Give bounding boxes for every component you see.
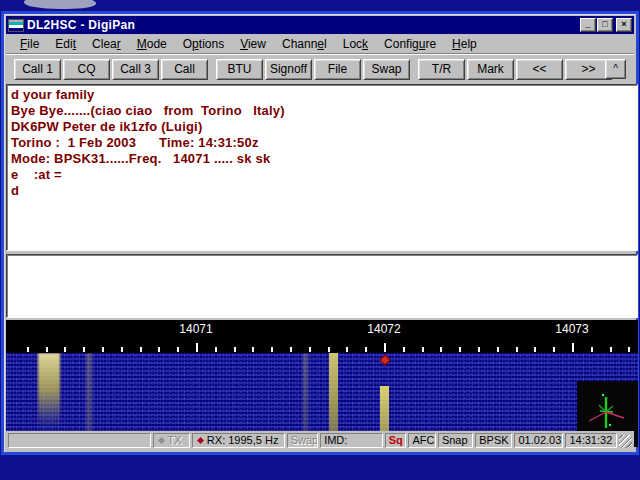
toolbar: Call 1 CQ Call 3 Call BTU Signoff File S…	[6, 55, 634, 85]
menu-options[interactable]: Options	[175, 35, 232, 54]
minor-tick	[365, 347, 367, 352]
major-tick	[572, 343, 574, 352]
status-blank-panel	[8, 433, 151, 448]
resize-grip[interactable]	[619, 435, 632, 448]
app-icon	[8, 19, 24, 32]
menu-help[interactable]: Help	[444, 35, 485, 54]
minor-tick	[422, 347, 424, 352]
signoff-button[interactable]: Signoff	[265, 59, 312, 80]
tx-diamond-icon	[158, 436, 165, 443]
close-icon: ×	[621, 20, 626, 30]
waterfall-panel: 140711407214073	[6, 320, 638, 447]
minor-tick	[158, 347, 160, 352]
frequency-scale: 140711407214073	[6, 320, 638, 353]
squelch-toggle[interactable]: Sq	[385, 433, 407, 448]
menu-bar: File Edit Clear Mode Options View Channe…	[6, 35, 634, 54]
rx-line: e :at =	[11, 167, 633, 183]
transmit-text-area[interactable]	[6, 254, 638, 318]
frequency-label: 14071	[179, 322, 212, 336]
tr-button[interactable]: T/R	[418, 59, 465, 80]
call1-button[interactable]: Call 1	[14, 59, 61, 80]
minor-tick	[64, 347, 66, 352]
time-display: 14:31:32 z	[565, 433, 617, 448]
signal-trace	[38, 353, 60, 434]
minor-tick	[121, 347, 123, 352]
rx-line: DK6PW Peter de ik1zfo (Luigi)	[11, 119, 633, 135]
afc-toggle[interactable]: AFC	[408, 433, 436, 448]
minor-tick	[478, 347, 480, 352]
minor-tick	[553, 347, 555, 352]
snap-toggle[interactable]: Snap	[438, 433, 473, 448]
minor-tick	[328, 347, 330, 352]
minor-tick	[516, 347, 518, 352]
minor-tick	[215, 347, 217, 352]
rx-line: Bye Bye.......(ciao ciao from Torino Ita…	[11, 103, 633, 119]
minor-tick	[290, 347, 292, 352]
minor-tick	[271, 347, 273, 352]
rx-diamond-icon	[197, 436, 204, 443]
minor-tick	[309, 347, 311, 352]
minor-tick	[346, 347, 348, 352]
menu-file[interactable]: File	[12, 35, 47, 54]
cq-button[interactable]: CQ	[63, 59, 110, 80]
rx-frequency-panel[interactable]: RX: 1995,5 Hz	[192, 433, 285, 448]
menu-clear[interactable]: Clear	[84, 35, 129, 54]
menu-channel[interactable]: Channel	[274, 35, 335, 54]
call3-button[interactable]: Call 3	[112, 59, 159, 80]
minimize-icon: _	[585, 20, 590, 30]
menu-lock[interactable]: Lock	[335, 35, 376, 54]
status-bar: TX RX: 1995,5 Hz Swap IMD: Sq AFC Snap	[6, 431, 634, 450]
rx-line: Torino : 1 Feb 2003 Time: 14:31:50z	[11, 135, 633, 151]
btu-button[interactable]: BTU	[216, 59, 263, 80]
menu-view[interactable]: View	[232, 35, 274, 54]
minor-tick	[628, 347, 630, 352]
minimize-button[interactable]: _	[580, 18, 596, 32]
minor-tick	[27, 347, 29, 352]
major-tick	[196, 343, 198, 352]
digipan-window: DL2HSC - DigiPan _ □ × File Edit Clear M…	[1, 11, 639, 455]
minor-tick	[497, 347, 499, 352]
file-button[interactable]: File	[314, 59, 361, 80]
close-button[interactable]: ×	[616, 18, 632, 32]
menu-edit[interactable]: Edit	[47, 35, 84, 54]
date-display: 01.02.03	[514, 433, 563, 448]
minor-tick	[403, 347, 405, 352]
maximize-button[interactable]: □	[597, 18, 613, 32]
menu-configure[interactable]: Configure	[376, 35, 444, 54]
minor-tick	[610, 347, 612, 352]
maximize-icon: □	[602, 20, 607, 30]
minor-tick	[459, 347, 461, 352]
rx-line: Mode: BPSK31......Freq. 14071 ..... sk s…	[11, 151, 633, 167]
minor-tick	[46, 347, 48, 352]
minor-tick	[591, 347, 593, 352]
desktop-wallpaper-blob	[24, 0, 96, 9]
swap-button[interactable]: Swap	[363, 59, 410, 80]
minor-tick	[252, 347, 254, 352]
desktop: DL2HSC - DigiPan _ □ × File Edit Clear M…	[0, 0, 640, 480]
imd-panel: IMD:	[320, 433, 383, 448]
minor-tick	[534, 347, 536, 352]
menu-mode[interactable]: Mode	[129, 35, 175, 54]
minor-tick	[440, 347, 442, 352]
mark-button[interactable]: Mark	[467, 59, 514, 80]
tx-indicator[interactable]: TX	[153, 433, 190, 448]
swap-indicator[interactable]: Swap	[287, 433, 318, 448]
receive-text-area[interactable]: d your family Bye Bye.......(ciao ciao f…	[6, 84, 638, 251]
title-bar[interactable]: DL2HSC - DigiPan _ □ ×	[6, 16, 634, 34]
frequency-label: 14072	[367, 322, 400, 336]
minor-tick	[234, 347, 236, 352]
rx-line: d	[11, 183, 633, 199]
minor-tick	[140, 347, 142, 352]
minor-tick	[102, 347, 104, 352]
prev-button[interactable]: <<	[516, 59, 563, 80]
major-tick	[384, 343, 386, 352]
window-title: DL2HSC - DigiPan	[27, 18, 579, 32]
minor-tick	[177, 347, 179, 352]
call-button[interactable]: Call	[161, 59, 208, 80]
minor-tick	[83, 347, 85, 352]
mode-indicator[interactable]: BPSK	[475, 433, 512, 448]
rx-frequency-marker-icon[interactable]	[379, 354, 390, 365]
toolbar-collapse-button[interactable]: ^	[605, 59, 626, 79]
rx-line: d your family	[11, 87, 633, 103]
frequency-label: 14073	[555, 322, 588, 336]
